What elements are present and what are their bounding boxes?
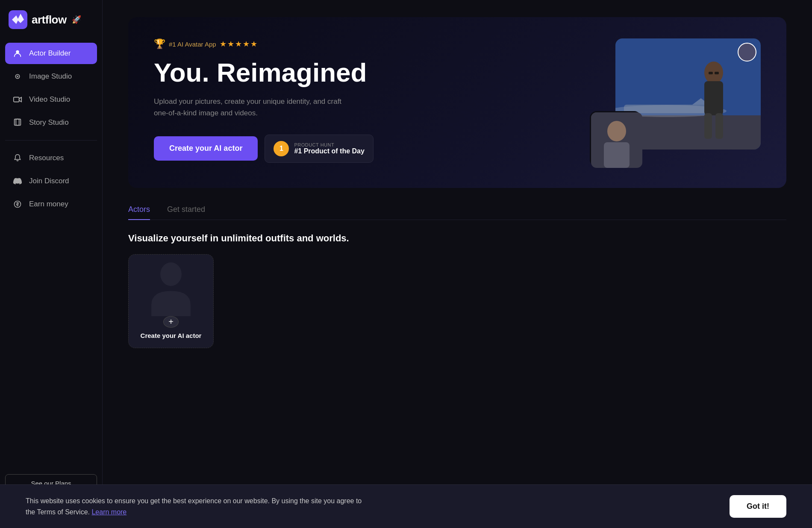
got-it-button[interactable]: Got it!	[730, 495, 786, 518]
hero-actions: Create your AI actor 1 PRODUCT HUNT #1 P…	[154, 135, 374, 163]
hero-small-image	[590, 111, 641, 167]
product-hunt-badge: 1 PRODUCT HUNT #1 Product of the Day	[265, 135, 373, 163]
svg-rect-16	[715, 113, 723, 139]
svg-point-13	[704, 62, 723, 84]
actor-builder-icon	[12, 48, 23, 59]
rocket-icon: 🚀	[72, 15, 81, 24]
bell-icon	[12, 153, 23, 164]
tabs-section: Actors Get started Visualize yourself in…	[128, 205, 786, 348]
award-badge: 🏆 #1 AI Avatar App ★★★★★	[154, 38, 374, 50]
video-studio-icon	[12, 94, 23, 105]
sidebar-item-story-studio-label: Story Studio	[29, 118, 69, 127]
secondary-nav: Resources Join Discord Earn money	[0, 147, 102, 215]
sidebar-item-image-studio-label: Image Studio	[29, 72, 72, 81]
app-name: artflow	[32, 13, 67, 26]
cookie-banner: This website uses cookies to ensure you …	[0, 484, 812, 528]
hero-small-person-svg	[591, 112, 642, 168]
money-icon	[12, 199, 23, 210]
svg-point-20	[607, 121, 626, 141]
tab-actors[interactable]: Actors	[128, 205, 150, 220]
sidebar: artflow 🚀 Actor Builder Image Studio	[0, 0, 103, 528]
svg-rect-4	[14, 97, 19, 102]
create-actor-button[interactable]: Create your AI actor	[154, 136, 258, 161]
tab-get-started[interactable]: Get started	[167, 205, 205, 220]
sidebar-item-video-studio[interactable]: Video Studio	[5, 89, 97, 110]
hero-title: You. Reimagined	[154, 58, 374, 87]
logo-area: artflow 🚀	[0, 0, 102, 43]
create-actor-card-label: Create your AI actor	[141, 332, 202, 339]
discord-icon	[12, 176, 23, 187]
svg-rect-5	[15, 119, 19, 126]
svg-point-22	[160, 262, 182, 286]
sidebar-item-join-discord[interactable]: Join Discord	[5, 170, 97, 192]
actors-grid: + Create your AI actor	[128, 254, 786, 348]
product-hunt-info: PRODUCT HUNT #1 Product of the Day	[294, 142, 364, 155]
add-actor-plus-button[interactable]: +	[163, 316, 179, 328]
sidebar-item-earn-money-label: Earn money	[29, 200, 68, 208]
product-hunt-medal: 1	[274, 141, 289, 156]
hero-images	[598, 38, 761, 167]
hero-subtitle: Upload your pictures, create your unique…	[154, 96, 350, 119]
nav-divider	[5, 140, 97, 141]
sidebar-item-discord-label: Join Discord	[29, 177, 69, 185]
svg-rect-15	[704, 113, 712, 139]
cookie-text: This website uses cookies to ensure you …	[26, 496, 368, 517]
sidebar-item-earn-money[interactable]: Earn money	[5, 194, 97, 215]
cookie-learn-more-link[interactable]: Learn more	[91, 508, 127, 516]
svg-rect-6	[16, 119, 21, 126]
svg-point-1	[16, 50, 19, 53]
svg-rect-17	[709, 72, 713, 74]
sidebar-item-story-studio[interactable]: Story Studio	[5, 112, 97, 133]
main-content: 🏆 #1 AI Avatar App ★★★★★ You. Reimagined…	[103, 0, 812, 528]
actors-section-title: Visualize yourself in unlimited outfits …	[128, 233, 786, 244]
tabs-header: Actors Get started	[128, 205, 786, 220]
app-logo-icon	[9, 10, 27, 29]
product-hunt-label: PRODUCT HUNT	[294, 142, 364, 147]
sidebar-item-actor-builder-label: Actor Builder	[29, 49, 71, 58]
award-text: #1 AI Avatar App	[169, 41, 216, 48]
story-studio-icon	[12, 117, 23, 128]
product-hunt-text: #1 Product of the Day	[294, 147, 364, 155]
hero-avatar	[738, 43, 756, 62]
stars: ★★★★★	[220, 39, 258, 49]
hero-left: 🏆 #1 AI Avatar App ★★★★★ You. Reimagined…	[154, 38, 374, 163]
svg-rect-18	[715, 72, 719, 74]
svg-point-3	[17, 76, 18, 77]
sidebar-item-actor-builder[interactable]: Actor Builder	[5, 43, 97, 64]
sidebar-item-resources[interactable]: Resources	[5, 147, 97, 169]
hero-section: 🏆 #1 AI Avatar App ★★★★★ You. Reimagined…	[128, 17, 786, 188]
sidebar-item-image-studio[interactable]: Image Studio	[5, 66, 97, 87]
image-studio-icon	[12, 71, 23, 82]
laurel-left-icon: 🏆	[154, 38, 165, 50]
sidebar-item-video-studio-label: Video Studio	[29, 95, 70, 104]
main-nav: Actor Builder Image Studio Video Studio	[0, 43, 102, 133]
actor-placeholder-svg	[129, 255, 213, 316]
sidebar-item-resources-label: Resources	[29, 154, 64, 162]
svg-rect-14	[704, 81, 723, 115]
svg-rect-21	[604, 142, 630, 168]
create-actor-card[interactable]: + Create your AI actor	[128, 254, 214, 348]
